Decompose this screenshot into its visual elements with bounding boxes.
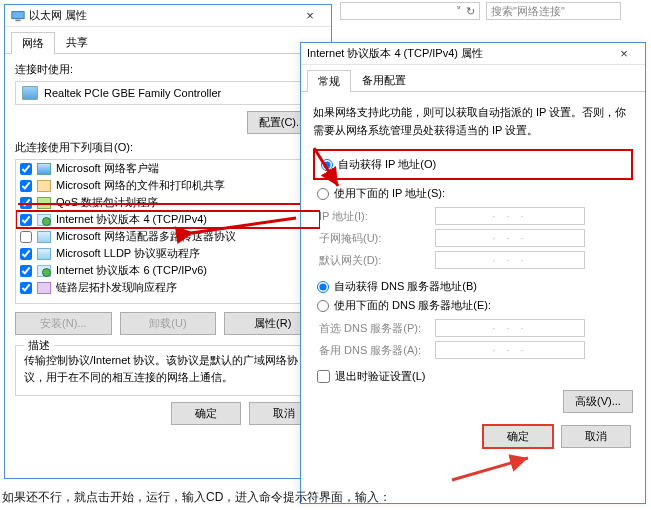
cancel-button-right[interactable]: 取消 xyxy=(561,425,631,448)
list-item-checkbox[interactable] xyxy=(20,197,32,209)
list-item-checkbox[interactable] xyxy=(20,214,32,226)
window-title: 以太网 属性 xyxy=(29,8,295,23)
uninstall-button[interactable]: 卸载(U) xyxy=(120,312,217,335)
list-item-checkbox[interactable] xyxy=(20,231,32,243)
items-label: 此连接使用下列项目(O): xyxy=(15,140,321,155)
component-icon xyxy=(37,231,51,243)
gateway-input[interactable]: · · · xyxy=(435,251,585,269)
install-button[interactable]: 安装(N)... xyxy=(15,312,112,335)
auto-dns-radio[interactable] xyxy=(317,281,329,293)
ip-address-label: IP 地址(I): xyxy=(319,209,429,224)
list-item-label: Microsoft LLDP 协议驱动程序 xyxy=(56,246,200,261)
connect-using-label: 连接时使用: xyxy=(15,62,321,77)
list-item[interactable]: Microsoft 网络适配器多路传送器协议 xyxy=(16,228,320,245)
component-icon xyxy=(37,197,51,209)
right-tabs: 常规 备用配置 xyxy=(301,65,645,92)
manual-dns-label: 使用下面的 DNS 服务器地址(E): xyxy=(334,298,491,313)
dropdown-icon[interactable]: ˅ xyxy=(456,5,462,18)
gateway-label: 默认网关(D): xyxy=(319,253,429,268)
intro-text: 如果网络支持此功能，则可以获取自动指派的 IP 设置。否则，你需要从网络系统管理… xyxy=(313,104,633,139)
component-icon xyxy=(37,265,51,277)
auto-ip-group-highlight: 自动获得 IP 地址(O) xyxy=(313,149,633,180)
validate-label: 退出时验证设置(L) xyxy=(335,369,425,384)
manual-ip-radio[interactable] xyxy=(317,188,329,200)
list-item[interactable]: Microsoft 网络客户端 xyxy=(16,160,320,177)
auto-ip-radio-row[interactable]: 自动获得 IP 地址(O) xyxy=(321,155,625,174)
tab-alternate[interactable]: 备用配置 xyxy=(351,69,417,91)
auto-dns-label: 自动获得 DNS 服务器地址(B) xyxy=(334,279,477,294)
list-item[interactable]: Internet 协议版本 4 (TCP/IPv4) xyxy=(16,211,320,228)
explorer-top-bar: ˅ ↻ 搜索"网络连接" xyxy=(340,0,645,22)
adapter-box: Realtek PCIe GBE Family Controller xyxy=(15,81,321,105)
description-text: 传输控制协议/Internet 协议。该协议是默认的广域网络协议，用于在不同的相… xyxy=(24,352,312,385)
tab-share[interactable]: 共享 xyxy=(55,31,99,53)
svg-rect-1 xyxy=(15,19,20,21)
list-item-checkbox[interactable] xyxy=(20,282,32,294)
advanced-button[interactable]: 高级(V)... xyxy=(563,390,633,413)
component-icon xyxy=(37,282,51,294)
validate-checkbox[interactable] xyxy=(317,370,330,383)
ethernet-properties-window: 以太网 属性 × 网络 共享 连接时使用: Realtek PCIe GBE F… xyxy=(4,4,332,479)
list-item-checkbox[interactable] xyxy=(20,265,32,277)
dns1-label: 首选 DNS 服务器(P): xyxy=(319,321,429,336)
component-icon xyxy=(37,180,51,192)
dns2-input[interactable]: · · · xyxy=(435,341,585,359)
list-item-label: 链路层拓扑发现响应程序 xyxy=(56,280,177,295)
list-item-label: Microsoft 网络的文件和打印机共享 xyxy=(56,178,225,193)
manual-ip-radio-row[interactable]: 使用下面的 IP 地址(S): xyxy=(313,184,633,203)
dns1-input[interactable]: · · · xyxy=(435,319,585,337)
svg-rect-0 xyxy=(12,11,24,18)
adapter-name: Realtek PCIe GBE Family Controller xyxy=(44,87,221,99)
list-item[interactable]: QoS 数据包计划程序 xyxy=(16,194,320,211)
tab-general[interactable]: 常规 xyxy=(307,70,351,92)
auto-dns-radio-row[interactable]: 自动获得 DNS 服务器地址(B) xyxy=(313,277,633,296)
list-item-label: Microsoft 网络适配器多路传送器协议 xyxy=(56,229,236,244)
explorer-search-input[interactable]: 搜索"网络连接" xyxy=(486,2,621,20)
subnet-mask-input[interactable]: · · · xyxy=(435,229,585,247)
list-item[interactable]: 链路层拓扑发现响应程序 xyxy=(16,279,320,296)
titlebar-right[interactable]: Internet 协议版本 4 (TCP/IPv4) 属性 × xyxy=(301,43,645,65)
tutorial-footer-text: 如果还不行，就点击开始，运行，输入CD，进入命令提示符界面，输入： xyxy=(2,489,391,506)
window-title-right: Internet 协议版本 4 (TCP/IPv4) 属性 xyxy=(307,46,609,61)
description-legend: 描述 xyxy=(24,338,54,353)
nic-icon xyxy=(22,86,38,100)
search-placeholder: 搜索"网络连接" xyxy=(491,4,565,19)
list-item-label: Microsoft 网络客户端 xyxy=(56,161,159,176)
list-item-label: QoS 数据包计划程序 xyxy=(56,195,158,210)
ok-button-right[interactable]: 确定 xyxy=(483,425,553,448)
close-icon[interactable]: × xyxy=(609,46,639,61)
list-item[interactable]: Internet 协议版本 6 (TCP/IPv6) xyxy=(16,262,320,279)
manual-dns-radio-row[interactable]: 使用下面的 DNS 服务器地址(E): xyxy=(313,296,633,315)
left-tabs: 网络 共享 xyxy=(5,27,331,54)
dns2-label: 备用 DNS 服务器(A): xyxy=(319,343,429,358)
list-item-checkbox[interactable] xyxy=(20,248,32,260)
auto-ip-radio[interactable] xyxy=(321,159,333,171)
description-group: 描述 传输控制协议/Internet 协议。该协议是默认的广域网络协议，用于在不… xyxy=(15,345,321,396)
component-icon xyxy=(37,214,51,226)
manual-ip-label: 使用下面的 IP 地址(S): xyxy=(334,186,445,201)
list-item-checkbox[interactable] xyxy=(20,163,32,175)
list-item[interactable]: Microsoft LLDP 协议驱动程序 xyxy=(16,245,320,262)
breadcrumb-nav[interactable]: ˅ ↻ xyxy=(340,2,480,20)
tab-network[interactable]: 网络 xyxy=(11,32,55,54)
component-icon xyxy=(37,163,51,175)
list-item-checkbox[interactable] xyxy=(20,180,32,192)
ipv4-properties-window: Internet 协议版本 4 (TCP/IPv4) 属性 × 常规 备用配置 … xyxy=(300,42,646,504)
auto-ip-label: 自动获得 IP 地址(O) xyxy=(338,157,436,172)
titlebar-left[interactable]: 以太网 属性 × xyxy=(5,5,331,27)
component-icon xyxy=(37,248,51,260)
list-item-label: Internet 协议版本 6 (TCP/IPv6) xyxy=(56,263,207,278)
ip-address-input[interactable]: · · · xyxy=(435,207,585,225)
ethernet-icon xyxy=(11,9,25,23)
ok-button-left[interactable]: 确定 xyxy=(171,402,241,425)
components-list[interactable]: Microsoft 网络客户端Microsoft 网络的文件和打印机共享QoS … xyxy=(15,159,321,304)
list-item[interactable]: Microsoft 网络的文件和打印机共享 xyxy=(16,177,320,194)
manual-dns-radio[interactable] xyxy=(317,300,329,312)
refresh-icon[interactable]: ↻ xyxy=(466,5,475,18)
subnet-mask-label: 子网掩码(U): xyxy=(319,231,429,246)
validate-on-exit-row[interactable]: 退出时验证设置(L) xyxy=(313,369,633,384)
list-item-label: Internet 协议版本 4 (TCP/IPv4) xyxy=(56,212,207,227)
close-icon[interactable]: × xyxy=(295,8,325,23)
